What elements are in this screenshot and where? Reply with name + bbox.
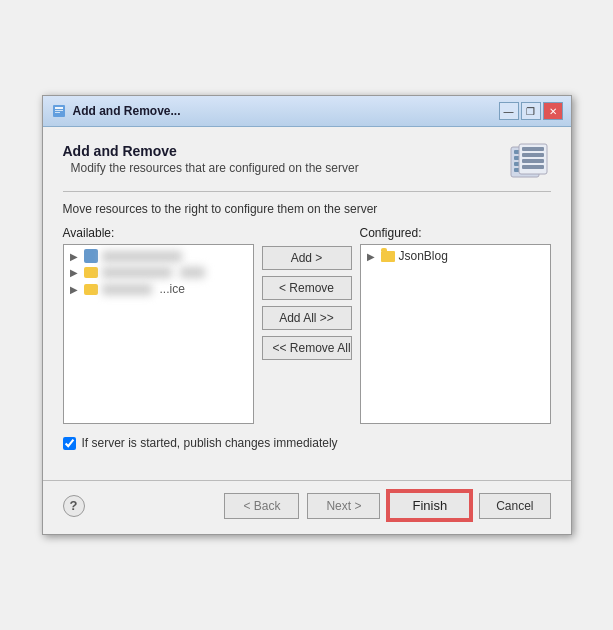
svg-rect-3 [55, 112, 60, 113]
configured-list[interactable]: ▶ JsonBlog [360, 244, 551, 424]
configured-item-text: JsonBlog [399, 249, 448, 263]
section-header: Add and Remove Modify the resources that… [63, 143, 359, 175]
folder-icon [381, 251, 395, 262]
svg-rect-12 [522, 159, 544, 163]
middle-buttons: Add > < Remove Add All >> << Remove All [262, 226, 352, 360]
add-all-button[interactable]: Add All >> [262, 306, 352, 330]
instruction-text: Move resources to the right to configure… [63, 202, 551, 216]
publish-checkbox[interactable] [63, 437, 76, 450]
configured-label: Configured: [360, 226, 551, 240]
close-button[interactable]: ✕ [543, 102, 563, 120]
dialog-window: Add and Remove... — ❐ ✕ Add and Remove M… [42, 95, 572, 535]
svg-rect-2 [55, 110, 63, 111]
tree-arrow-icon: ▶ [70, 284, 78, 295]
list-item[interactable]: ▶ [66, 247, 251, 265]
title-bar-text: Add and Remove... [73, 104, 181, 118]
publish-label: If server is started, publish changes im… [82, 436, 338, 450]
configured-item[interactable]: ▶ JsonBlog [363, 247, 548, 265]
restore-button[interactable]: ❐ [521, 102, 541, 120]
tree-arrow-icon: ▶ [70, 251, 78, 262]
blurred-text-1 [102, 251, 182, 262]
tree-arrow-icon: ▶ [367, 251, 375, 262]
available-list[interactable]: ▶ ▶ ▶ . [63, 244, 254, 424]
item-icon [84, 284, 98, 295]
blurred-text-2b [180, 267, 205, 278]
list-item[interactable]: ▶ [66, 265, 251, 280]
svg-rect-11 [522, 153, 544, 157]
section-title: Add and Remove [63, 143, 359, 159]
svg-rect-1 [55, 107, 63, 109]
title-bar-controls: — ❐ ✕ [499, 102, 563, 120]
remove-all-button[interactable]: << Remove All [262, 336, 352, 360]
cancel-button[interactable]: Cancel [479, 493, 550, 519]
publish-checkbox-area: If server is started, publish changes im… [63, 436, 551, 450]
help-button[interactable]: ? [63, 495, 85, 517]
available-label: Available: [63, 226, 254, 240]
title-bar: Add and Remove... — ❐ ✕ [43, 96, 571, 127]
footer-divider [43, 480, 571, 481]
footer-left: ? [63, 495, 85, 517]
svg-rect-13 [522, 165, 544, 169]
list-item[interactable]: ▶ ...ice [66, 280, 251, 298]
item-icon [84, 267, 98, 278]
blurred-text-2 [102, 267, 172, 278]
item-suffix: ...ice [160, 282, 185, 296]
add-button[interactable]: Add > [262, 246, 352, 270]
blurred-text-3 [102, 284, 152, 295]
dialog-content: Add and Remove Modify the resources that… [43, 127, 571, 466]
lists-area: Available: ▶ ▶ [63, 226, 551, 424]
available-section: Available: ▶ ▶ [63, 226, 254, 424]
dialog-icon [51, 103, 67, 119]
svg-rect-10 [522, 147, 544, 151]
title-bar-left: Add and Remove... [51, 103, 181, 119]
finish-button[interactable]: Finish [388, 491, 471, 520]
item-icon [84, 249, 98, 263]
minimize-button[interactable]: — [499, 102, 519, 120]
next-button[interactable]: Next > [307, 493, 380, 519]
tree-arrow-icon: ▶ [70, 267, 78, 278]
dialog-footer: ? < Back Next > Finish Cancel [43, 491, 571, 534]
footer-right: < Back Next > Finish Cancel [224, 491, 550, 520]
server-icon [509, 143, 551, 181]
header-divider [63, 191, 551, 192]
configured-section: Configured: ▶ JsonBlog [360, 226, 551, 424]
remove-button[interactable]: < Remove [262, 276, 352, 300]
back-button[interactable]: < Back [224, 493, 299, 519]
section-subtitle: Modify the resources that are configured… [71, 161, 359, 175]
